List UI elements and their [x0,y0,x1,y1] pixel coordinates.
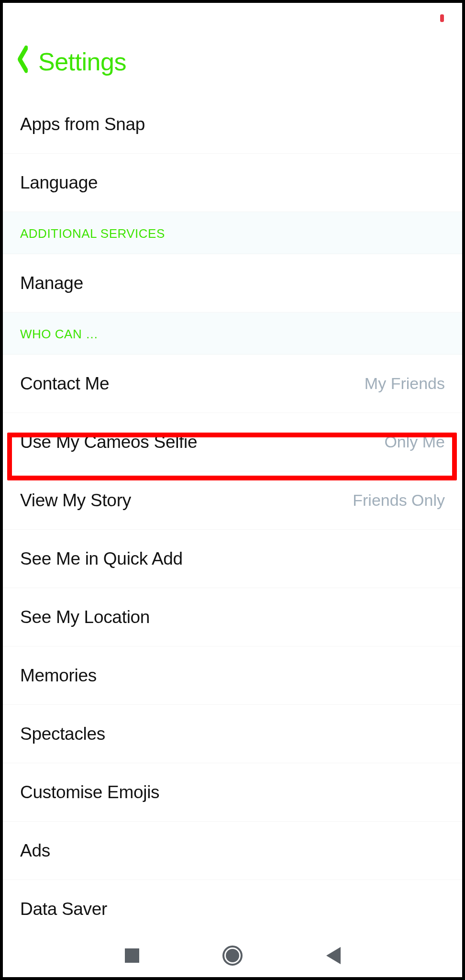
settings-item-language[interactable]: Language [3,154,462,212]
header: Settings [3,34,462,95]
settings-item-data-saver[interactable]: Data Saver [3,880,462,934]
item-label: See My Location [20,607,150,627]
section-header-additional-services: ADDITIONAL SERVICES [3,212,462,254]
nav-back-button[interactable] [326,947,341,964]
page-title: Settings [38,47,126,76]
item-value: Only Me [384,433,445,451]
item-value: Friends Only [353,491,445,510]
nav-home-circle-icon [226,949,239,962]
item-label: Memories [20,666,97,686]
settings-item-manage[interactable]: Manage [3,254,462,312]
settings-item-ads[interactable]: Ads [3,822,462,880]
settings-item-contact-me[interactable]: Contact Me My Friends [3,355,462,413]
item-label: View My Story [20,490,131,511]
settings-item-use-my-cameos-selfie[interactable]: Use My Cameos Selfie Only Me [3,413,462,471]
item-label: Language [20,173,98,193]
settings-item-spectacles[interactable]: Spectacles [3,705,462,763]
item-label: See Me in Quick Add [20,549,183,569]
status-bar [3,3,462,32]
item-label: Manage [20,273,83,293]
settings-item-see-my-location[interactable]: See My Location [3,588,462,646]
android-nav-bar [3,934,462,977]
nav-recent-button[interactable] [125,948,139,963]
item-label: Contact Me [20,374,109,394]
item-label: Customise Emojis [20,782,159,802]
item-label: Ads [20,841,50,861]
settings-item-customise-emojis[interactable]: Customise Emojis [3,763,462,822]
section-header-label: WHO CAN … [20,327,98,341]
settings-item-see-me-in-quick-add[interactable]: See Me in Quick Add [3,530,462,588]
settings-item-view-my-story[interactable]: View My Story Friends Only [3,471,462,530]
back-button[interactable] [17,45,28,78]
section-header-label: ADDITIONAL SERVICES [20,226,165,241]
battery-low-icon [440,14,444,22]
settings-item-apps-from-snap[interactable]: Apps from Snap [3,95,462,154]
item-label: Spectacles [20,724,105,744]
settings-content: Settings Apps from Snap Language ADDITIO… [3,34,462,934]
item-label: Apps from Snap [20,114,145,134]
settings-item-memories[interactable]: Memories [3,646,462,705]
item-label: Data Saver [20,899,107,919]
chevron-left-icon [17,45,28,73]
nav-home-button[interactable] [222,946,243,966]
section-header-who-can: WHO CAN … [3,312,462,355]
item-value: My Friends [365,374,445,393]
item-label: Use My Cameos Selfie [20,432,197,452]
